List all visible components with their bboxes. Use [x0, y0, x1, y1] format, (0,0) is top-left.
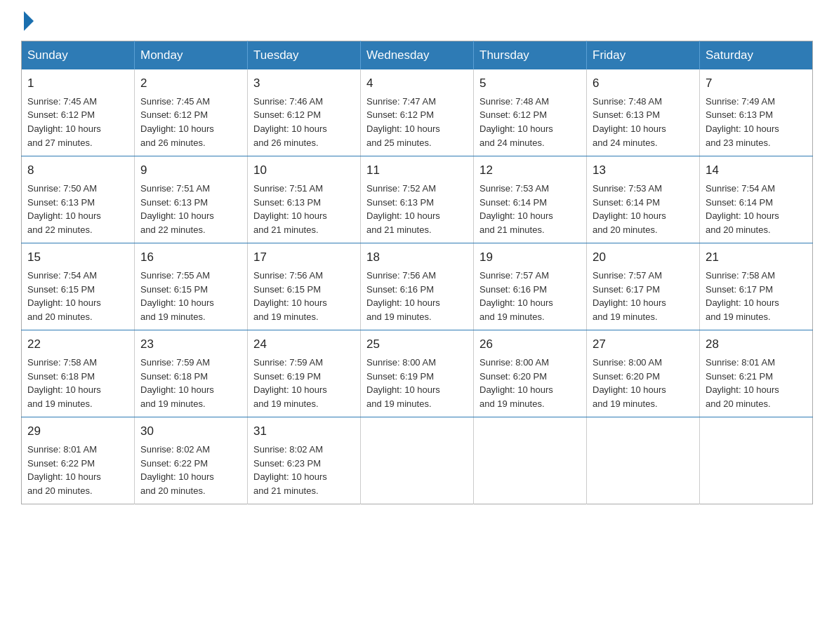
day-info: Sunrise: 7:56 AMSunset: 6:15 PMDaylight:…: [253, 270, 327, 323]
calendar-cell: 7Sunrise: 7:49 AMSunset: 6:13 PMDaylight…: [700, 69, 813, 156]
day-number: 2: [140, 75, 241, 93]
calendar-cell: 17Sunrise: 7:56 AMSunset: 6:15 PMDayligh…: [248, 243, 361, 330]
day-number: 24: [253, 336, 355, 354]
calendar-cell: 26Sunrise: 8:00 AMSunset: 6:20 PMDayligh…: [474, 330, 587, 417]
day-of-week-header: Friday: [587, 41, 700, 70]
day-number: 12: [479, 162, 581, 180]
calendar-cell: 11Sunrise: 7:52 AMSunset: 6:13 PMDayligh…: [361, 156, 474, 243]
calendar-cell: 22Sunrise: 7:58 AMSunset: 6:18 PMDayligh…: [22, 330, 135, 417]
calendar-cell: 28Sunrise: 8:01 AMSunset: 6:21 PMDayligh…: [700, 330, 813, 417]
day-number: 23: [140, 336, 241, 354]
day-info: Sunrise: 8:00 AMSunset: 6:20 PMDaylight:…: [593, 357, 666, 410]
calendar-cell: 15Sunrise: 7:54 AMSunset: 6:15 PMDayligh…: [22, 243, 135, 330]
calendar-cell: 24Sunrise: 7:59 AMSunset: 6:19 PMDayligh…: [248, 330, 361, 417]
day-number: 13: [593, 162, 694, 180]
calendar-cell: 10Sunrise: 7:51 AMSunset: 6:13 PMDayligh…: [248, 156, 361, 243]
calendar-cell: 2Sunrise: 7:45 AMSunset: 6:12 PMDaylight…: [135, 69, 248, 156]
calendar-week-row: 8Sunrise: 7:50 AMSunset: 6:13 PMDaylight…: [22, 156, 813, 243]
calendar-cell: 4Sunrise: 7:47 AMSunset: 6:12 PMDaylight…: [361, 69, 474, 156]
day-number: 17: [253, 249, 355, 267]
day-number: 14: [706, 162, 807, 180]
day-number: 22: [27, 336, 128, 354]
calendar-cell: 8Sunrise: 7:50 AMSunset: 6:13 PMDaylight…: [22, 156, 135, 243]
day-number: 26: [479, 336, 581, 354]
day-info: Sunrise: 7:59 AMSunset: 6:19 PMDaylight:…: [253, 357, 327, 410]
calendar-cell: 30Sunrise: 8:02 AMSunset: 6:22 PMDayligh…: [135, 417, 248, 504]
day-number: 29: [27, 423, 128, 441]
day-number: 16: [140, 249, 241, 267]
calendar-week-row: 22Sunrise: 7:58 AMSunset: 6:18 PMDayligh…: [22, 330, 813, 417]
day-number: 27: [593, 336, 694, 354]
calendar-table: SundayMondayTuesdayWednesdayThursdayFrid…: [21, 41, 813, 504]
day-of-week-header: Thursday: [474, 41, 587, 70]
day-info: Sunrise: 7:58 AMSunset: 6:17 PMDaylight:…: [706, 270, 779, 323]
calendar-cell: 3Sunrise: 7:46 AMSunset: 6:12 PMDaylight…: [248, 69, 361, 156]
calendar-week-row: 1Sunrise: 7:45 AMSunset: 6:12 PMDaylight…: [22, 69, 813, 156]
calendar-week-row: 29Sunrise: 8:01 AMSunset: 6:22 PMDayligh…: [22, 417, 813, 504]
day-info: Sunrise: 7:55 AMSunset: 6:15 PMDaylight:…: [140, 270, 214, 323]
calendar-cell: 31Sunrise: 8:02 AMSunset: 6:23 PMDayligh…: [248, 417, 361, 504]
day-number: 11: [366, 162, 468, 180]
calendar-cell: 27Sunrise: 8:00 AMSunset: 6:20 PMDayligh…: [587, 330, 700, 417]
day-number: 10: [253, 162, 355, 180]
calendar-cell: 9Sunrise: 7:51 AMSunset: 6:13 PMDaylight…: [135, 156, 248, 243]
day-info: Sunrise: 8:02 AMSunset: 6:22 PMDaylight:…: [140, 444, 214, 497]
day-number: 4: [366, 75, 468, 93]
day-of-week-header: Saturday: [700, 41, 813, 70]
calendar-cell: 23Sunrise: 7:59 AMSunset: 6:18 PMDayligh…: [135, 330, 248, 417]
calendar-cell: 21Sunrise: 7:58 AMSunset: 6:17 PMDayligh…: [700, 243, 813, 330]
logo-arrow-icon: [24, 11, 34, 31]
day-number: 30: [140, 423, 241, 441]
calendar-cell: 5Sunrise: 7:48 AMSunset: 6:12 PMDaylight…: [474, 69, 587, 156]
day-info: Sunrise: 7:57 AMSunset: 6:16 PMDaylight:…: [479, 270, 553, 323]
day-info: Sunrise: 8:00 AMSunset: 6:20 PMDaylight:…: [479, 357, 553, 410]
day-number: 31: [253, 423, 355, 441]
calendar-week-row: 15Sunrise: 7:54 AMSunset: 6:15 PMDayligh…: [22, 243, 813, 330]
calendar-cell: [700, 417, 813, 504]
calendar-cell: 13Sunrise: 7:53 AMSunset: 6:14 PMDayligh…: [587, 156, 700, 243]
day-info: Sunrise: 7:47 AMSunset: 6:12 PMDaylight:…: [366, 96, 440, 149]
day-info: Sunrise: 7:59 AMSunset: 6:18 PMDaylight:…: [140, 357, 214, 410]
day-info: Sunrise: 7:50 AMSunset: 6:13 PMDaylight:…: [27, 183, 101, 236]
day-number: 7: [706, 75, 807, 93]
calendar-cell: [361, 417, 474, 504]
calendar-cell: 16Sunrise: 7:55 AMSunset: 6:15 PMDayligh…: [135, 243, 248, 330]
day-number: 20: [593, 249, 694, 267]
calendar-cell: 6Sunrise: 7:48 AMSunset: 6:13 PMDaylight…: [587, 69, 700, 156]
day-info: Sunrise: 8:00 AMSunset: 6:19 PMDaylight:…: [366, 357, 440, 410]
calendar-cell: 18Sunrise: 7:56 AMSunset: 6:16 PMDayligh…: [361, 243, 474, 330]
day-number: 28: [706, 336, 807, 354]
day-number: 6: [593, 75, 694, 93]
day-of-week-header: Tuesday: [248, 41, 361, 70]
day-number: 9: [140, 162, 241, 180]
calendar-cell: 25Sunrise: 8:00 AMSunset: 6:19 PMDayligh…: [361, 330, 474, 417]
day-info: Sunrise: 7:57 AMSunset: 6:17 PMDaylight:…: [593, 270, 666, 323]
day-info: Sunrise: 7:45 AMSunset: 6:12 PMDaylight:…: [27, 96, 101, 149]
day-info: Sunrise: 7:49 AMSunset: 6:13 PMDaylight:…: [706, 96, 779, 149]
day-info: Sunrise: 7:45 AMSunset: 6:12 PMDaylight:…: [140, 96, 214, 149]
day-info: Sunrise: 7:52 AMSunset: 6:13 PMDaylight:…: [366, 183, 440, 236]
day-of-week-header: Wednesday: [361, 41, 474, 70]
calendar-cell: 20Sunrise: 7:57 AMSunset: 6:17 PMDayligh…: [587, 243, 700, 330]
day-number: 15: [27, 249, 128, 267]
day-of-week-header: Sunday: [22, 41, 135, 70]
day-info: Sunrise: 7:51 AMSunset: 6:13 PMDaylight:…: [253, 183, 327, 236]
day-info: Sunrise: 7:48 AMSunset: 6:12 PMDaylight:…: [479, 96, 553, 149]
day-info: Sunrise: 7:46 AMSunset: 6:12 PMDaylight:…: [253, 96, 327, 149]
logo: [21, 14, 34, 28]
day-info: Sunrise: 7:53 AMSunset: 6:14 PMDaylight:…: [593, 183, 666, 236]
calendar-cell: 19Sunrise: 7:57 AMSunset: 6:16 PMDayligh…: [474, 243, 587, 330]
calendar-header-row: SundayMondayTuesdayWednesdayThursdayFrid…: [22, 41, 813, 70]
day-info: Sunrise: 8:01 AMSunset: 6:21 PMDaylight:…: [706, 357, 779, 410]
day-info: Sunrise: 7:58 AMSunset: 6:18 PMDaylight:…: [27, 357, 101, 410]
calendar-cell: 14Sunrise: 7:54 AMSunset: 6:14 PMDayligh…: [700, 156, 813, 243]
day-number: 21: [706, 249, 807, 267]
page-header: [21, 14, 813, 28]
day-info: Sunrise: 8:01 AMSunset: 6:22 PMDaylight:…: [27, 444, 101, 497]
calendar-cell: [587, 417, 700, 504]
day-number: 3: [253, 75, 355, 93]
calendar-cell: 1Sunrise: 7:45 AMSunset: 6:12 PMDaylight…: [22, 69, 135, 156]
day-of-week-header: Monday: [135, 41, 248, 70]
day-number: 18: [366, 249, 468, 267]
day-info: Sunrise: 7:56 AMSunset: 6:16 PMDaylight:…: [366, 270, 440, 323]
